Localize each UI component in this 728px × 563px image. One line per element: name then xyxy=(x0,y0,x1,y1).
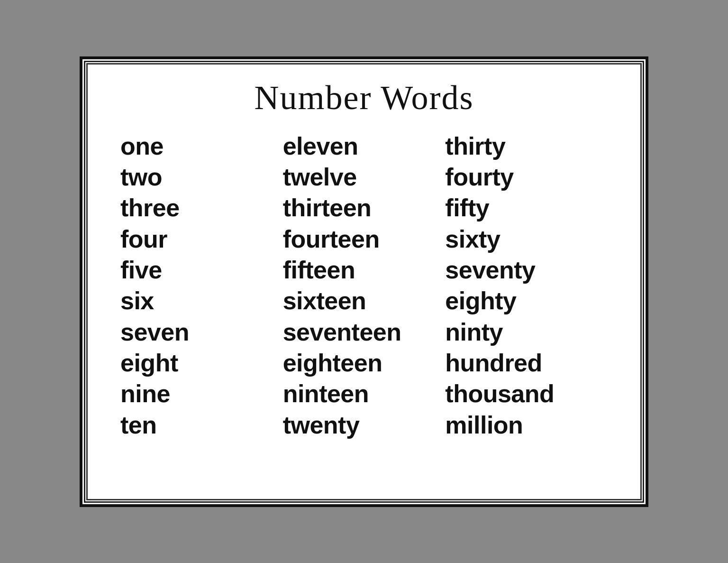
word-eighty: eighty xyxy=(445,286,608,315)
word-three: three xyxy=(120,194,283,222)
word-million: million xyxy=(445,411,608,440)
word-fifty: fifty xyxy=(445,194,608,222)
word-sixty: sixty xyxy=(445,225,608,254)
word-ninteen: ninteen xyxy=(283,379,446,408)
main-page: Number Words onetwothreefourfivesixseven… xyxy=(80,56,648,507)
word-six: six xyxy=(120,286,283,315)
column-col1: onetwothreefourfivesixseveneightnineten xyxy=(120,132,283,440)
word-ninty: ninty xyxy=(445,318,608,347)
word-one: one xyxy=(120,132,283,161)
word-seventeen: seventeen xyxy=(283,318,446,347)
word-twelve: twelve xyxy=(283,163,446,192)
word-hundred: hundred xyxy=(445,349,608,378)
word-eleven: eleven xyxy=(283,132,446,161)
column-col3: thirtyfourtyfiftysixtyseventyeightyninty… xyxy=(445,132,608,440)
word-eight: eight xyxy=(120,349,283,378)
word-twenty: twenty xyxy=(283,411,446,440)
page-title: Number Words xyxy=(255,79,474,117)
word-four: four xyxy=(120,225,283,254)
column-col2: eleventwelvethirteenfourteenfifteensixte… xyxy=(283,132,446,440)
title-area: Number Words xyxy=(106,78,622,118)
word-sixteen: sixteen xyxy=(283,286,446,315)
word-thirty: thirty xyxy=(445,132,608,161)
word-seven: seven xyxy=(120,318,283,347)
word-seventy: seventy xyxy=(445,256,608,285)
word-thousand: thousand xyxy=(445,379,608,408)
word-fourteen: fourteen xyxy=(283,225,446,254)
word-fourty: fourty xyxy=(445,163,608,192)
word-nine: nine xyxy=(120,379,283,408)
word-eighteen: eighteen xyxy=(283,349,446,378)
word-two: two xyxy=(120,163,283,192)
word-fifteen: fifteen xyxy=(283,256,446,285)
word-ten: ten xyxy=(120,411,283,440)
word-five: five xyxy=(120,256,283,285)
word-thirteen: thirteen xyxy=(283,194,446,222)
words-grid: onetwothreefourfivesixseveneightninetene… xyxy=(106,132,622,440)
